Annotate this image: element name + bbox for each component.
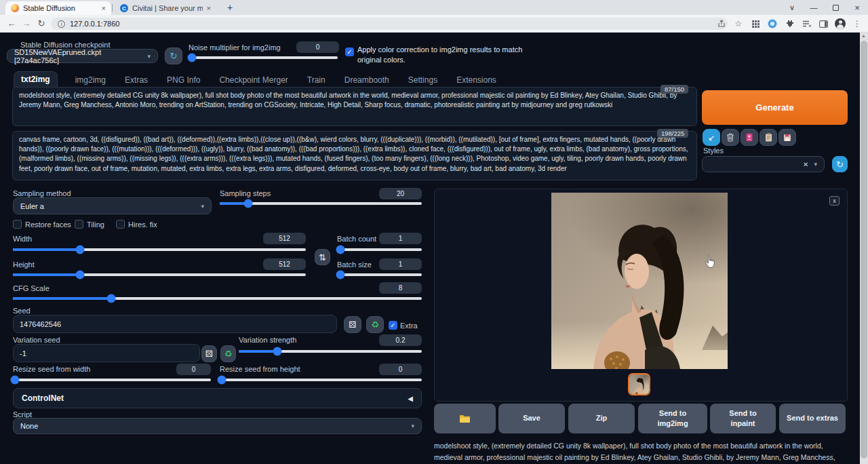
page-info-icon[interactable]: i — [58, 20, 65, 28]
bookmark-star-icon[interactable]: ☆ — [733, 18, 744, 29]
refresh-styles-button[interactable]: ↻ — [832, 156, 848, 172]
extra-networks-button[interactable] — [741, 129, 758, 146]
color-correction-checkbox[interactable] — [345, 47, 354, 56]
batch-count-value[interactable]: 1 — [379, 233, 422, 244]
prompt-textarea[interactable]: modelshoot style, (extremely detailed CG… — [12, 87, 697, 126]
variation-strength-value[interactable]: 0.2 — [379, 334, 422, 346]
resize-seed-width-label: Resize seed from width — [13, 365, 90, 373]
address-bar[interactable]: i 127.0.0.1:7860 — [51, 18, 728, 30]
tab-extensions[interactable]: Extensions — [455, 73, 498, 88]
noise-multiplier-label: Noise multiplier for img2img — [189, 43, 281, 52]
reload-icon[interactable]: ↻ — [34, 18, 49, 28]
tab-png-info[interactable]: PNG Info — [165, 73, 201, 88]
tab-train[interactable]: Train — [306, 73, 327, 88]
back-icon[interactable]: ← — [4, 18, 19, 28]
extra-seed-checkbox[interactable] — [389, 321, 397, 330]
send-to-img2img-button[interactable]: Send to img2img — [638, 404, 707, 433]
resize-seed-height-label: Resize seed from height — [220, 365, 300, 373]
forward-icon[interactable]: → — [19, 18, 34, 28]
cfg-scale-value[interactable]: 8 — [379, 282, 422, 294]
tab-close-icon[interactable]: × — [207, 4, 211, 12]
open-folder-button[interactable] — [434, 404, 496, 433]
menu-kebab-icon[interactable]: ⋮ — [852, 18, 863, 29]
tab-close-icon[interactable]: × — [102, 4, 106, 12]
close-image-icon[interactable]: x — [829, 196, 840, 206]
generated-image[interactable] — [551, 193, 728, 369]
width-value[interactable]: 512 — [263, 233, 306, 244]
extensions-puzzle-icon[interactable] — [784, 18, 795, 29]
scrollbar-thumb[interactable] — [861, 41, 867, 459]
script-select[interactable]: None ▾ — [13, 418, 422, 434]
save-style-button[interactable] — [778, 129, 796, 146]
batch-size-slider[interactable] — [337, 273, 422, 276]
profile-avatar[interactable] — [835, 18, 846, 29]
tiling-checkbox[interactable] — [75, 220, 83, 229]
generate-button[interactable]: Generate — [702, 90, 848, 125]
extension-grid-icon[interactable] — [750, 18, 761, 29]
styles-select[interactable]: ✕ ▾ — [702, 156, 825, 172]
resize-seed-height-slider[interactable] — [220, 379, 422, 381]
browser-tab-stable-diffusion[interactable]: Stable Diffusion × — [5, 1, 111, 15]
new-tab-button[interactable]: + — [224, 2, 236, 14]
save-button[interactable]: Save — [498, 404, 565, 433]
resize-seed-width-slider[interactable] — [13, 379, 211, 381]
tab-img2img[interactable]: img2img — [74, 73, 107, 88]
sampling-steps-value[interactable]: 20 — [379, 188, 422, 199]
folder-icon — [459, 414, 471, 423]
batch-size-value[interactable]: 1 — [379, 258, 422, 270]
send-to-extras-button[interactable]: Send to extras — [779, 404, 846, 433]
share-icon[interactable] — [716, 18, 727, 29]
height-value[interactable]: 512 — [263, 258, 306, 270]
send-to-inpaint-button[interactable]: Send to inpaint — [710, 404, 776, 433]
random-variation-seed-button[interactable]: ⚄ — [201, 345, 217, 362]
noise-multiplier-slider[interactable] — [191, 56, 338, 59]
seed-input[interactable]: 1476462546 — [13, 315, 337, 333]
height-slider[interactable] — [13, 273, 306, 276]
random-seed-button[interactable]: ⚄ — [344, 316, 361, 333]
swap-dimensions-button[interactable]: ⇅ — [315, 249, 330, 265]
variation-seed-input[interactable]: -1 — [13, 344, 200, 362]
noise-multiplier-value[interactable]: 0 — [296, 41, 339, 53]
resize-seed-height-value[interactable]: 0 — [379, 364, 422, 375]
apply-styles-button[interactable] — [760, 129, 777, 146]
color-correction-label: Apply color correction to img2img result… — [357, 45, 540, 65]
variation-strength-slider[interactable] — [239, 350, 422, 353]
controlnet-accordion[interactable]: ControlNet ◀ — [13, 388, 422, 408]
clear-prompt-button[interactable] — [722, 129, 739, 146]
page-scrollbar[interactable]: ▲ — [860, 33, 868, 464]
side-panel-icon[interactable] — [818, 18, 829, 29]
window-close-button[interactable]: × — [846, 0, 868, 15]
width-slider[interactable] — [13, 248, 306, 251]
window-restore-button[interactable] — [825, 0, 846, 15]
zip-button[interactable]: Zip — [568, 404, 635, 433]
restore-faces-label: Restore faces — [25, 220, 71, 229]
cfg-scale-slider[interactable] — [13, 297, 422, 300]
sampling-method-select[interactable]: Euler a ▾ — [13, 197, 212, 214]
negative-prompt-textarea[interactable]: canvas frame, cartoon, 3d, ((disfigured)… — [12, 131, 697, 180]
reuse-seed-button[interactable]: ♻ — [366, 316, 384, 333]
gallery-thumbnail-selected[interactable] — [628, 373, 650, 395]
batch-count-slider[interactable] — [337, 248, 422, 251]
tab-settings[interactable]: Settings — [407, 73, 439, 88]
reuse-variation-seed-button[interactable]: ♻ — [220, 345, 236, 362]
civitai-favicon: C — [120, 4, 128, 12]
sampling-steps-slider[interactable] — [220, 202, 422, 205]
checkpoint-select[interactable]: SD15NewVAEpruned.ckpt [27a4ac756c] ▾ — [7, 49, 158, 63]
restore-faces-checkbox[interactable] — [13, 220, 22, 229]
tab-checkpoint-merger[interactable]: Checkpoint Merger — [218, 73, 289, 88]
refresh-checkpoints-button[interactable]: ↻ — [165, 47, 182, 64]
scrollbar-up-icon[interactable]: ▲ — [861, 33, 866, 38]
tab-txt2img[interactable]: txt2img — [14, 71, 58, 88]
clear-styles-icon[interactable]: ✕ — [803, 161, 808, 168]
window-chevron-icon[interactable]: ∨ — [781, 0, 803, 15]
read-params-button[interactable]: ↙ — [703, 129, 720, 146]
reading-list-icon[interactable] — [801, 18, 812, 29]
extension-blue-dot-icon[interactable] — [767, 18, 778, 29]
tab-extras[interactable]: Extras — [123, 73, 149, 88]
resize-seed-width-value[interactable]: 0 — [176, 364, 211, 375]
checkpoint-value: SD15NewVAEpruned.ckpt [27a4ac756c] — [14, 48, 147, 64]
window-minimize-button[interactable]: — — [803, 0, 825, 15]
hires-fix-checkbox[interactable] — [116, 220, 125, 229]
browser-tab-civitai[interactable]: C Civitai | Share your models × — [115, 1, 216, 15]
tab-dreambooth[interactable]: Dreambooth — [343, 73, 391, 88]
